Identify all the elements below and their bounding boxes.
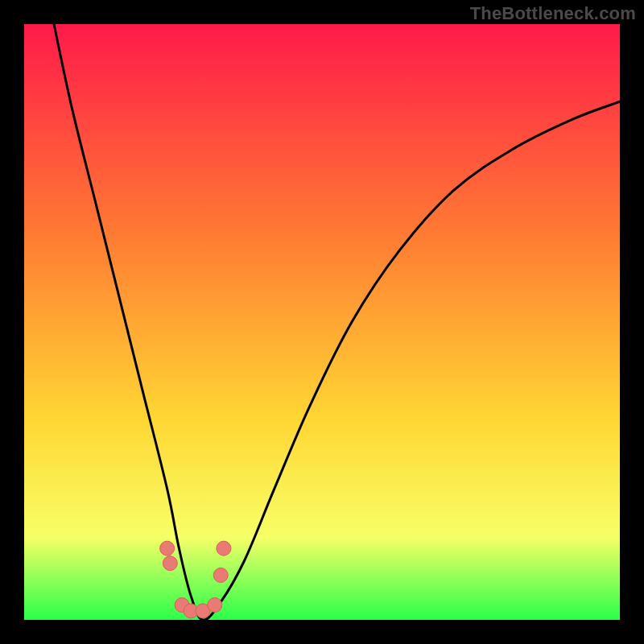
gradient-background [24, 24, 620, 620]
watermark-label: TheBottleneck.com [470, 3, 636, 24]
marker-6 [208, 598, 222, 613]
marker-1 [160, 541, 175, 555]
plot-svg [24, 24, 620, 620]
marker-7 [213, 568, 228, 583]
chart-frame: TheBottleneck.com [0, 0, 644, 644]
marker-2 [163, 556, 177, 571]
plot-area [24, 24, 620, 620]
marker-8 [217, 541, 231, 555]
